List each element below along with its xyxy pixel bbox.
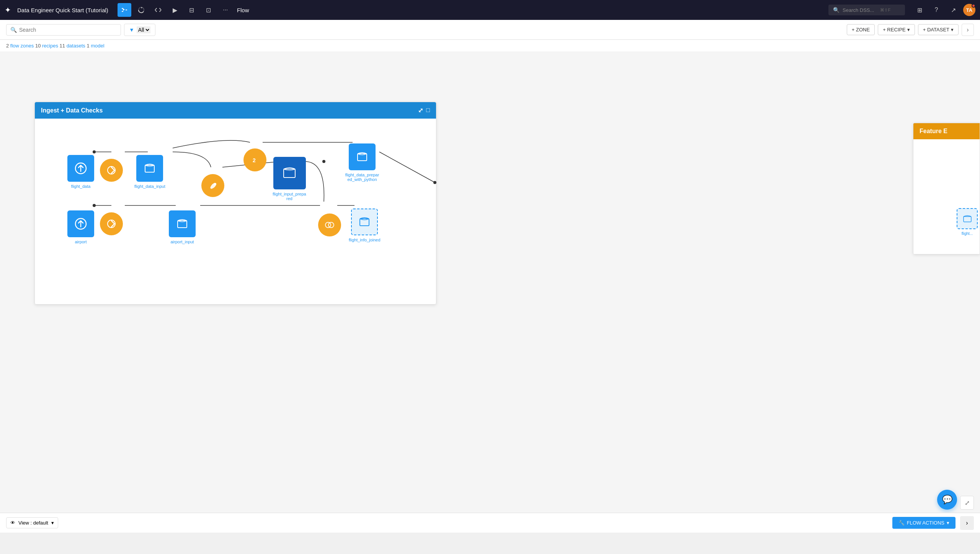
flight-data-input-icon — [136, 155, 163, 182]
model-link[interactable]: model — [91, 43, 104, 49]
prepare-recipe-node[interactable] — [201, 174, 224, 197]
analytics-nav-btn[interactable]: ↗ — [946, 3, 960, 17]
flow-mode-label: Flow — [237, 7, 249, 13]
search-box-icon: 🔍 — [10, 27, 17, 33]
zone-expand-icon[interactable]: ⤢ — [418, 107, 423, 114]
collapse-sidebar-btn[interactable]: › — [962, 24, 974, 36]
svg-rect-26 — [964, 217, 971, 222]
filter-dropdown[interactable]: ▼ All — [124, 24, 155, 36]
deploy-nav-btn[interactable]: ⊟ — [185, 3, 199, 17]
run-nav-btn[interactable]: ▶ — [168, 3, 182, 17]
add-dataset-btn[interactable]: + DATASET ▾ — [918, 24, 959, 35]
add-zone-btn[interactable]: + ZONE — [847, 24, 875, 35]
zone-body: flight_data flight_data_input — [35, 119, 436, 306]
top-navigation: ✦ Data Engineer Quick Start (Tutorial) ▶… — [0, 0, 980, 20]
grid-nav-btn[interactable]: ⊞ — [913, 3, 926, 17]
flight-data-prepared-node[interactable]: flight_data_prepared_with_python — [345, 143, 379, 182]
prepare-icon — [201, 174, 224, 197]
flow-zones-count: 2 — [6, 43, 9, 49]
flight-data-input-node[interactable]: flight_data_input — [134, 155, 165, 189]
svg-point-16 — [214, 183, 216, 185]
join-recipe-node[interactable] — [318, 213, 341, 236]
global-search[interactable]: 🔍 Search DSS... ⌘⇧F — [828, 5, 905, 15]
wrench-icon: 🔧 — [898, 520, 905, 526]
airport-label: airport — [75, 240, 87, 244]
bottom-bar: 👁 View : default ▾ 🔧 FLOW ACTIONS ▾ › — [0, 513, 980, 533]
flight-info-joined-label: flight_info_joined — [349, 238, 381, 242]
more-nav-btn[interactable]: ··· — [219, 3, 232, 17]
flight-data-prepared-label: flight_data_prepared_with_python — [345, 173, 379, 182]
model-count: 1 — [87, 43, 89, 49]
zone-collapse-icon[interactable]: □ — [426, 107, 430, 114]
flow-actions-btn[interactable]: 🔧 FLOW ACTIONS ▾ — [892, 517, 956, 529]
airport-icon — [67, 210, 94, 237]
sync1-recipe-node[interactable] — [100, 159, 123, 182]
filter-select[interactable]: All — [137, 26, 150, 33]
code-nav-btn[interactable] — [151, 3, 165, 17]
flight-data-input-label: flight_data_input — [134, 184, 165, 189]
search-placeholder: Search DSS... — [843, 7, 874, 13]
feature-zone-partial: Feature E flight... — [913, 123, 980, 254]
project-title: Data Engineer Quick Start (Tutorial) — [17, 7, 108, 13]
flight-input-prepared-icon — [273, 157, 306, 189]
flight-info-joined-icon — [351, 209, 378, 235]
view-label: View : default — [18, 520, 48, 526]
feature-zone-header: Feature E — [913, 123, 980, 139]
airport-input-node[interactable]: airport_input — [169, 210, 196, 244]
partial-dataset-node[interactable]: flight... — [957, 208, 978, 236]
recipes-link[interactable]: recipes — [42, 43, 58, 49]
flight-data-prepared-icon — [349, 143, 376, 170]
main-toolbar: 🔍 ▼ All + ZONE + RECIPE ▾ + DATASET ▾ › — [0, 20, 980, 40]
refresh-nav-btn[interactable] — [134, 3, 148, 17]
app-logo: ✦ — [5, 5, 11, 15]
dashboard-nav-btn[interactable]: ⊡ — [202, 3, 216, 17]
flow-zones-link[interactable]: flow zones — [10, 43, 34, 49]
partial-node-label: flight... — [962, 231, 973, 236]
datasets-count: 11 — [60, 43, 65, 49]
stats-bar: 2 flow zones 10 recipes 11 datasets 1 mo… — [0, 40, 980, 52]
flow-actions-chevron: ▾ — [947, 520, 949, 526]
filter-icon: ▼ — [129, 27, 134, 33]
datasets-link[interactable]: datasets — [67, 43, 85, 49]
ingest-zone[interactable]: Ingest + Data Checks ⤢ □ — [34, 102, 436, 305]
airport-input-label: airport_input — [170, 240, 194, 244]
ingest-zone-title: Ingest + Data Checks — [41, 107, 103, 114]
python-icon: 2 — [243, 148, 266, 171]
flight-input-prepared-node[interactable]: flight_input_prepared — [272, 157, 307, 201]
recipes-count: 10 — [35, 43, 41, 49]
nav-right-icons: ⊞ ? ↗ TA — [913, 3, 975, 17]
flight-data-label: flight_data — [71, 184, 91, 189]
user-avatar[interactable]: TA — [963, 4, 975, 16]
canvas-area: Ingest + Data Checks ⤢ □ — [0, 52, 980, 533]
flow-nav-btn[interactable] — [118, 3, 131, 17]
sync1-icon — [100, 159, 123, 182]
ingest-zone-header: Ingest + Data Checks ⤢ □ — [35, 102, 436, 119]
partial-node-icon — [957, 208, 978, 229]
flight-info-joined-node[interactable]: flight_info_joined — [349, 209, 381, 242]
help-nav-btn[interactable]: ? — [929, 3, 943, 17]
flight-data-icon — [67, 155, 94, 182]
right-panel-toggle[interactable]: › — [960, 516, 974, 530]
python-recipe-node[interactable]: 2 — [243, 148, 266, 171]
search-input[interactable] — [19, 27, 96, 33]
flight-data-node[interactable]: flight_data — [67, 155, 94, 189]
expand-canvas-btn[interactable]: ⤢ — [960, 496, 974, 510]
join-icon — [318, 213, 341, 236]
search-box[interactable]: 🔍 — [6, 24, 121, 36]
eye-icon: 👁 — [10, 520, 15, 526]
airport-node[interactable]: airport — [67, 210, 94, 244]
chat-support-btn[interactable]: 💬 — [937, 490, 957, 510]
search-shortcut: ⌘⇧F — [880, 8, 890, 13]
sync2-recipe-node[interactable] — [100, 212, 123, 235]
view-select[interactable]: 👁 View : default ▾ — [6, 517, 58, 528]
svg-text:2: 2 — [253, 157, 256, 163]
airport-input-icon — [169, 210, 196, 237]
chevron-down-icon: ▾ — [51, 520, 54, 526]
flight-input-prepared-label: flight_input_prepared — [272, 192, 307, 201]
search-icon: 🔍 — [833, 7, 840, 13]
add-recipe-btn[interactable]: + RECIPE ▾ — [878, 24, 915, 35]
notification-badge — [972, 4, 975, 8]
sync2-icon — [100, 212, 123, 235]
